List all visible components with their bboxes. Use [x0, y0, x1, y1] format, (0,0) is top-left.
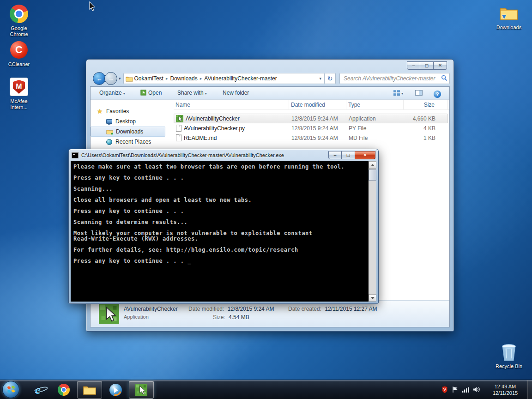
console-icon — [72, 152, 79, 158]
search-box — [339, 73, 450, 84]
minimize-button[interactable]: – — [328, 151, 342, 159]
file-type: MD File — [347, 135, 404, 141]
scroll-down-button[interactable] — [369, 294, 376, 302]
taskbar-clock[interactable]: 12:49 AM 12/11/2015 — [486, 383, 525, 396]
scroll-up-button[interactable] — [369, 161, 376, 169]
details-created-label: Date created: — [288, 306, 321, 312]
file-name: AVulnerabilityChecker — [186, 115, 240, 122]
file-type: Application — [347, 115, 404, 122]
caret-down-icon: ▾ — [401, 91, 403, 96]
download-arrow-icon: ▼ — [501, 12, 508, 20]
volume-icon[interactable] — [473, 387, 480, 393]
chrome-icon — [9, 4, 29, 24]
taskbar-chrome-button[interactable] — [51, 381, 76, 399]
open-button[interactable]: Open — [140, 90, 162, 96]
taskbar-media-player-button[interactable] — [103, 381, 128, 399]
explorer-address-row: ← → ▾ OokamiTest ▸ Downloads ▸ AVulnerab… — [90, 72, 450, 85]
column-header-date-modified[interactable]: Date modified — [289, 100, 346, 109]
explorer-folder-icon — [83, 384, 97, 395]
show-desktop-button[interactable] — [527, 380, 532, 399]
desktop-icon-downloads[interactable]: ▼ Downloads — [494, 3, 524, 30]
details-modified-value: 12/8/2015 9:24 AM — [228, 306, 274, 312]
address-bar[interactable]: OokamiTest ▸ Downloads ▸ AVulnerabilityC… — [123, 73, 325, 84]
taskbar-avulnerabilitychecker-button[interactable] — [129, 381, 154, 399]
address-folder-icon — [126, 76, 133, 82]
address-dropdown-icon[interactable]: ▾ — [319, 76, 322, 81]
mouse-cursor — [89, 1, 97, 12]
sidebar-item-downloads[interactable]: ▼ Downloads — [91, 127, 165, 137]
column-header-type[interactable]: Type — [346, 100, 404, 109]
column-header-size[interactable]: Size — [404, 100, 448, 109]
sidebar-item-desktop[interactable]: Desktop — [91, 116, 174, 127]
desktop-icon-google-chrome[interactable]: Google Chrome — [4, 4, 34, 37]
taskbar-explorer-button[interactable] — [77, 381, 102, 399]
mcafee-tray-icon[interactable] — [441, 386, 448, 393]
forward-icon: → — [108, 75, 114, 82]
file-date: 12/8/2015 9:24 AM — [290, 125, 347, 132]
desktop-icon-label: Recycle Bin — [494, 363, 524, 369]
close-button[interactable]: ✕ — [355, 151, 375, 159]
share-with-menu[interactable]: Share with▾ — [177, 90, 207, 96]
recent-places-icon — [105, 138, 113, 145]
start-button[interactable] — [2, 381, 19, 398]
sidebar-item-recent-places[interactable]: Recent Places — [91, 137, 174, 147]
help-button[interactable]: ? — [434, 90, 441, 98]
file-row-avulnerabilitychecker-py[interactable]: AVulnerabilityChecker.py 12/8/2015 9:24 … — [174, 123, 448, 133]
sidebar-item-favorites[interactable]: ★ Favorites — [91, 106, 174, 116]
windows-logo-icon — [7, 386, 15, 393]
forward-button[interactable]: → — [104, 72, 117, 85]
details-file-type: Application — [124, 314, 149, 320]
taskbar-buttons: e — [25, 381, 154, 399]
back-icon: ← — [97, 75, 103, 82]
breadcrumb-segment[interactable]: Downloads — [169, 75, 199, 82]
desktop-icon-mcafee[interactable]: M McAfee Intern... — [4, 77, 34, 110]
file-size: 1 KB — [404, 135, 448, 141]
breadcrumb-segment[interactable]: AVulnerabilityChecker-master — [203, 75, 278, 82]
sidebar-item-label: Recent Places — [115, 139, 151, 145]
maximize-button[interactable]: ◻ — [342, 151, 355, 159]
change-view-button[interactable]: ▾ — [393, 90, 403, 96]
search-icon[interactable] — [441, 75, 447, 81]
details-created-value: 12/11/2015 12:27 AM — [325, 306, 377, 312]
refresh-button[interactable]: ↻ — [325, 73, 336, 84]
system-tray — [441, 380, 480, 399]
explorer-window-controls: – ◻ ✕ — [407, 61, 447, 70]
minimize-button[interactable]: – — [407, 61, 420, 70]
scroll-thumb[interactable] — [369, 169, 376, 181]
history-dropdown[interactable]: ▾ — [119, 76, 121, 81]
open-label: Open — [148, 90, 162, 96]
file-date: 12/8/2015 9:24 AM — [290, 115, 347, 122]
desktop-icon-label: CCleaner — [4, 61, 34, 67]
console-body[interactable]: Please make sure at least two browser ta… — [71, 161, 376, 302]
scroll-down-icon — [371, 297, 375, 301]
preview-pane-button[interactable] — [415, 90, 423, 96]
clock-time: 12:49 AM — [486, 383, 525, 390]
column-header-name[interactable]: Name — [174, 100, 289, 109]
network-icon[interactable] — [462, 387, 469, 393]
desktop-icon-recycle-bin[interactable]: Recycle Bin — [494, 342, 524, 369]
details-size-value: 4.54 MB — [229, 314, 249, 320]
taskbar-internet-explorer-button[interactable]: e — [25, 381, 50, 399]
file-row-readme-md[interactable]: README.md 12/8/2015 9:24 AM MD File 1 KB — [174, 133, 448, 143]
breadcrumb-segment[interactable]: OokamiTest — [133, 75, 165, 82]
py-file-icon — [176, 125, 181, 132]
new-folder-label: New folder — [223, 90, 249, 96]
new-folder-button[interactable]: New folder — [223, 90, 249, 96]
media-player-icon — [109, 384, 122, 396]
organize-menu[interactable]: Organize▾ — [99, 90, 125, 96]
refresh-icon: ↻ — [327, 75, 333, 82]
file-row-avulnerabilitychecker[interactable]: AVulnerabilityChecker 12/8/2015 9:24 AM … — [174, 114, 448, 123]
file-name: AVulnerabilityChecker.py — [184, 125, 245, 132]
back-button[interactable]: ← — [93, 72, 106, 85]
search-input[interactable] — [339, 73, 450, 84]
console-window: C:\Users\OokamiTest\Downloads\AVulnerabi… — [68, 149, 379, 304]
close-button[interactable]: ✕ — [434, 61, 447, 70]
maximize-button[interactable]: ◻ — [420, 61, 434, 70]
desktop: Google Chrome C CCleaner M McAfee Intern… — [0, 0, 532, 399]
sidebar-item-label: Favorites — [106, 108, 129, 115]
desktop-icon-ccleaner[interactable]: C CCleaner — [4, 40, 34, 67]
download-arrow-icon: ▼ — [110, 132, 114, 136]
console-scrollbar[interactable] — [369, 161, 376, 302]
action-center-flag-icon[interactable] — [452, 386, 458, 393]
column-headers: Name Date modified Type Size — [174, 100, 449, 110]
